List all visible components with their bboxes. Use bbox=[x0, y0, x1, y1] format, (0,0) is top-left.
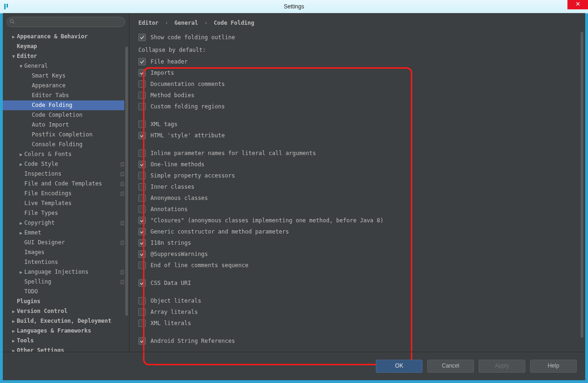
tree-item[interactable]: Colors & Fonts bbox=[3, 149, 129, 159]
tree-item[interactable]: Appearance & Behavior bbox=[3, 32, 129, 42]
checkbox[interactable] bbox=[138, 279, 146, 287]
disclosure-arrow-icon[interactable] bbox=[11, 346, 16, 352]
collapse-option[interactable]: CSS Data URI bbox=[138, 277, 576, 289]
collapse-option[interactable]: Imports bbox=[138, 67, 576, 78]
disclosure-arrow-icon[interactable] bbox=[19, 159, 23, 169]
collapse-option[interactable]: Documentation comments bbox=[138, 78, 576, 90]
checkbox[interactable] bbox=[138, 250, 146, 258]
collapse-option[interactable]: HTML 'style' attribute bbox=[138, 130, 576, 141]
tree-item[interactable]: Images bbox=[3, 248, 129, 257]
collapse-option[interactable]: Generic constructor and method parameter… bbox=[138, 226, 576, 237]
collapse-option[interactable]: Annotations bbox=[138, 204, 576, 215]
checkbox[interactable] bbox=[138, 92, 146, 99]
search-input[interactable] bbox=[7, 17, 125, 27]
checkbox[interactable] bbox=[138, 337, 146, 345]
tree-item[interactable]: Keymap bbox=[3, 42, 129, 51]
checkbox[interactable] bbox=[138, 239, 146, 247]
checkbox[interactable] bbox=[138, 308, 146, 316]
checkbox[interactable] bbox=[138, 172, 146, 179]
tree-item[interactable]: File Types bbox=[3, 208, 129, 218]
checkbox[interactable] bbox=[138, 58, 146, 65]
collapse-option[interactable]: Method bodies bbox=[138, 90, 576, 101]
collapse-option[interactable]: XML tags bbox=[138, 119, 576, 130]
collapse-option[interactable]: Inner classes bbox=[138, 181, 576, 192]
collapse-option[interactable]: One-line methods bbox=[138, 159, 576, 170]
checkbox[interactable] bbox=[138, 206, 146, 213]
disclosure-arrow-icon[interactable] bbox=[19, 61, 23, 71]
tree-item[interactable]: File and Code Templates bbox=[3, 179, 129, 189]
cancel-button[interactable]: Cancel bbox=[427, 360, 474, 373]
collapse-option[interactable]: Object literals bbox=[138, 295, 576, 306]
tree-item[interactable]: Languages & Frameworks bbox=[3, 326, 129, 336]
tree-item[interactable]: Smart Keys bbox=[3, 71, 129, 81]
tree-item[interactable]: Build, Execution, Deployment bbox=[3, 316, 129, 326]
sidebar-scrollbar[interactable] bbox=[124, 47, 129, 352]
checkbox[interactable] bbox=[138, 297, 146, 305]
tree-item[interactable]: Code Style bbox=[3, 159, 129, 169]
disclosure-arrow-icon[interactable] bbox=[19, 267, 23, 277]
collapse-option[interactable]: Inline parameter names for literal call … bbox=[138, 148, 576, 159]
tree-item[interactable]: Tools bbox=[3, 336, 129, 346]
disclosure-arrow-icon[interactable] bbox=[11, 32, 16, 42]
disclosure-arrow-icon[interactable] bbox=[11, 326, 16, 336]
disclosure-arrow-icon[interactable] bbox=[11, 306, 16, 316]
tree-item[interactable]: Other Settings bbox=[3, 346, 129, 352]
checkbox[interactable] bbox=[138, 161, 146, 168]
apply-button[interactable]: Apply bbox=[479, 360, 525, 373]
tree-item[interactable]: GUI Designer bbox=[3, 238, 129, 248]
tree-item[interactable]: Version Control bbox=[3, 306, 129, 316]
collapse-option[interactable]: End of line comments sequence bbox=[138, 260, 576, 271]
ok-button[interactable]: OK bbox=[376, 360, 423, 373]
collapse-option[interactable]: Simple property accessors bbox=[138, 170, 576, 181]
checkbox[interactable] bbox=[138, 80, 146, 88]
disclosure-arrow-icon[interactable] bbox=[19, 149, 23, 159]
tree-item[interactable]: Auto Import bbox=[3, 120, 129, 130]
checkbox[interactable] bbox=[138, 103, 146, 110]
disclosure-arrow-icon[interactable] bbox=[11, 51, 16, 61]
disclosure-arrow-icon[interactable] bbox=[19, 228, 23, 238]
collapse-option[interactable]: Android String References bbox=[138, 335, 576, 347]
tree-item[interactable]: General bbox=[3, 61, 129, 71]
checkbox[interactable] bbox=[138, 194, 146, 202]
collapse-option[interactable]: "Closures" (anonymous classes implementi… bbox=[138, 215, 576, 226]
collapse-option[interactable]: File header bbox=[138, 56, 576, 67]
tree-item[interactable]: Intentions bbox=[3, 257, 129, 267]
checkbox[interactable] bbox=[138, 132, 146, 139]
tree-item[interactable]: Code Completion bbox=[3, 110, 129, 120]
content-scrollbar[interactable] bbox=[580, 32, 584, 350]
tree-item[interactable]: Postfix Completion bbox=[3, 130, 129, 140]
disclosure-arrow-icon[interactable] bbox=[19, 218, 23, 228]
tree-item[interactable]: Plugins bbox=[3, 297, 129, 306]
checkbox[interactable] bbox=[138, 69, 146, 77]
checkbox[interactable] bbox=[138, 149, 146, 157]
disclosure-arrow-icon[interactable] bbox=[11, 336, 16, 346]
collapse-option[interactable]: Custom folding regions bbox=[138, 101, 576, 112]
window-close-button[interactable]: ✕ bbox=[567, 0, 588, 9]
disclosure-arrow-icon[interactable] bbox=[11, 316, 16, 326]
tree-item[interactable]: Editor bbox=[3, 51, 129, 61]
tree-item[interactable]: Appearance bbox=[3, 81, 129, 91]
checkbox[interactable] bbox=[138, 319, 146, 327]
help-button[interactable]: Help bbox=[530, 360, 577, 373]
collapse-option[interactable]: @SuppressWarnings bbox=[138, 248, 576, 260]
collapse-option[interactable]: Anonymous classes bbox=[138, 192, 576, 204]
checkbox[interactable] bbox=[138, 183, 146, 191]
tree-item[interactable]: Live Templates bbox=[3, 199, 129, 208]
checkbox[interactable] bbox=[138, 217, 146, 224]
tree-item[interactable]: TODO bbox=[3, 287, 129, 297]
collapse-option[interactable]: I18n strings bbox=[138, 237, 576, 248]
checkbox[interactable] bbox=[138, 34, 146, 41]
checkbox[interactable] bbox=[138, 228, 146, 235]
show-outline-option[interactable]: Show code folding outline bbox=[138, 32, 576, 43]
collapse-option[interactable]: XML literals bbox=[138, 318, 576, 329]
tree-item[interactable]: Language Injections bbox=[3, 267, 129, 277]
tree-item[interactable]: File Encodings bbox=[3, 189, 129, 199]
tree-item[interactable]: Emmet bbox=[3, 228, 129, 238]
tree-item[interactable]: Inspections bbox=[3, 169, 129, 179]
tree-item[interactable]: Editor Tabs bbox=[3, 91, 129, 100]
checkbox[interactable] bbox=[138, 262, 146, 269]
collapse-option[interactable]: Array literals bbox=[138, 306, 576, 318]
checkbox[interactable] bbox=[138, 121, 146, 128]
tree-item[interactable]: Console Folding bbox=[3, 140, 129, 149]
tree-item[interactable]: Spelling bbox=[3, 277, 129, 287]
